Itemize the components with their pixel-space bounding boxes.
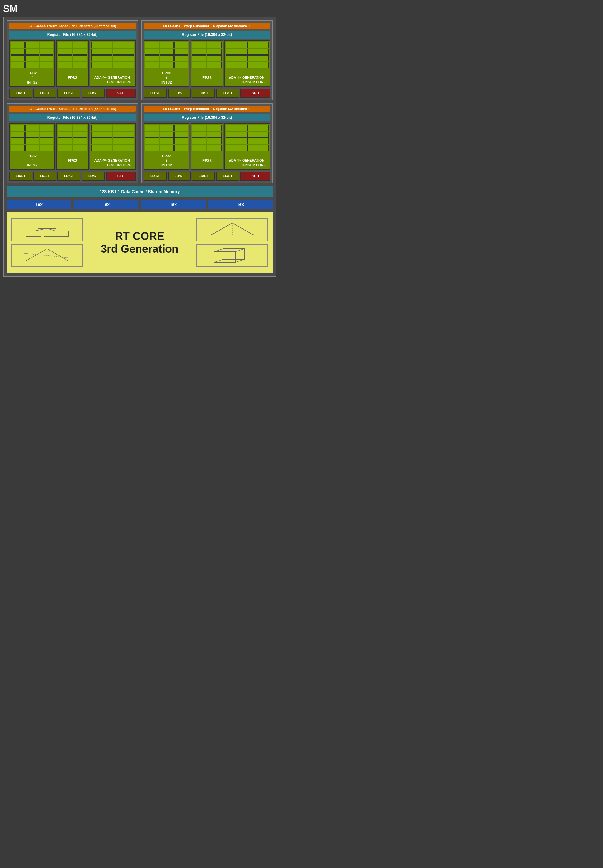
cell (174, 125, 188, 131)
cell (160, 55, 174, 61)
rt-core-center-label: RT CORE 3rd Generation (86, 230, 193, 255)
ldst-2-bl: LD/ST (33, 172, 56, 181)
cell (91, 125, 113, 131)
cell (226, 145, 247, 151)
cell (174, 49, 188, 55)
cell (174, 138, 188, 144)
cell (226, 42, 247, 48)
ldst-1-tl: LD/ST (9, 89, 32, 98)
ldst-3-bl: LD/ST (57, 172, 80, 181)
cell (25, 138, 39, 144)
cell (73, 62, 87, 68)
fp32-int32-grid-tr (144, 41, 189, 69)
svg-point-5 (48, 255, 49, 256)
cell (58, 55, 72, 61)
cell (247, 145, 269, 151)
tensor-block-tl: ADA 4thGENERATIONTENSOR CORE (90, 40, 136, 87)
sm-container: L0 i-Cache + Warp Scheduler + Dispatch (… (3, 17, 276, 277)
cell (247, 42, 269, 48)
fp32-int32-label-tr: FP32/INT32 (144, 69, 189, 86)
cell (40, 62, 54, 68)
tex-4: Tex (208, 200, 273, 209)
cell (145, 62, 159, 68)
cell (91, 62, 113, 68)
fp32-int32-block-tr: FP32/INT32 (144, 40, 189, 87)
cell (113, 49, 134, 55)
cell (145, 42, 159, 48)
rt-diagram-svg-tl (23, 221, 71, 238)
rt-diagram-svg-tr (208, 221, 257, 238)
tensor-label-bl: ADA 4thGENERATIONTENSOR CORE (90, 152, 135, 169)
cell (145, 55, 159, 61)
cell (192, 145, 206, 151)
fp32-int32-block-br: FP32/INT32 (144, 123, 189, 170)
cell (25, 62, 39, 68)
ldst-1-bl: LD/ST (9, 172, 32, 181)
tensor-label-br: ADA 4thGENERATIONTENSOR CORE (225, 152, 270, 169)
ldst-3-tl: LD/ST (57, 89, 80, 98)
tensor-grid-br (225, 124, 270, 152)
fp32-grid-bl (57, 124, 88, 152)
fp32-block-bl: FP32 (56, 123, 88, 170)
rt-core-section: RT CORE 3rd Generation (7, 212, 273, 273)
fp32-block-br: FP32 (191, 123, 223, 170)
cell (11, 145, 25, 151)
cell (11, 125, 25, 131)
svg-rect-2 (44, 231, 68, 237)
cell (25, 49, 39, 55)
cell (58, 62, 72, 68)
cell (207, 125, 221, 131)
fp32-label-tr: FP32 (191, 69, 222, 86)
cell (91, 138, 113, 144)
cell (207, 145, 221, 151)
cell (73, 145, 87, 151)
fp32-int32-label-bl: FP32/INT32 (10, 152, 54, 169)
cell (11, 49, 25, 55)
cell (113, 42, 134, 48)
cell (145, 132, 159, 138)
sfu-tl: SFU (106, 89, 136, 98)
cell (174, 55, 188, 61)
cell (73, 138, 87, 144)
bottom-units-tr: LD/ST LD/ST LD/ST LD/ST SFU (144, 89, 270, 98)
cell (207, 62, 221, 68)
fp32-label-tl: FP32 (57, 69, 88, 86)
tensor-grid-tl (90, 41, 135, 69)
cell (207, 55, 221, 61)
cell (113, 132, 134, 138)
cell (11, 138, 25, 144)
cell (25, 132, 39, 138)
cell (58, 145, 72, 151)
cell (174, 62, 188, 68)
svg-rect-10 (223, 249, 244, 259)
cell (207, 49, 221, 55)
cell (58, 42, 72, 48)
fp32-int32-block-bl: FP32/INT32 (9, 123, 55, 170)
ldst-4-tr: LD/ST (216, 89, 239, 98)
cell (58, 132, 72, 138)
fp32-label-br: FP32 (191, 152, 222, 169)
cell (113, 145, 134, 151)
sm-title: SM (3, 3, 276, 14)
cell (40, 55, 54, 61)
cell (113, 138, 134, 144)
cell (40, 125, 54, 131)
cell (192, 132, 206, 138)
cell (145, 49, 159, 55)
cell (207, 42, 221, 48)
ldst-2-br: LD/ST (168, 172, 191, 181)
cell (247, 49, 269, 55)
cell (113, 62, 134, 68)
cell (192, 125, 206, 131)
cell (113, 125, 134, 131)
compute-section-bl: FP32/INT32 FP32 (9, 123, 136, 170)
svg-rect-0 (38, 223, 56, 228)
tensor-block-br: ADA 4thGENERATIONTENSOR CORE (224, 123, 270, 170)
svg-line-14 (235, 259, 244, 262)
rt-core-line1: RT CORE (86, 230, 193, 243)
svg-line-13 (214, 259, 223, 262)
fp32-int32-block-tl: FP32/INT32 (9, 40, 55, 87)
cell (73, 55, 87, 61)
cell (247, 132, 269, 138)
ldst-1-br: LD/ST (144, 172, 167, 181)
